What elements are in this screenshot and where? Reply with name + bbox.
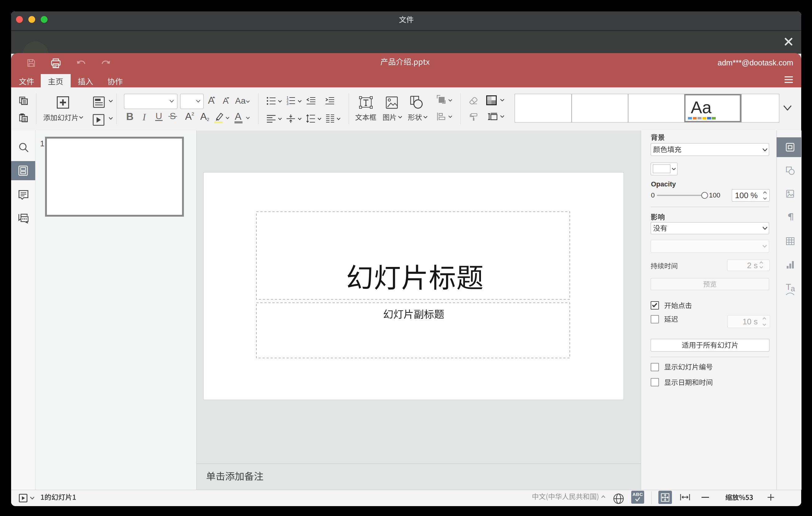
svg-text:3: 3 (287, 102, 288, 106)
